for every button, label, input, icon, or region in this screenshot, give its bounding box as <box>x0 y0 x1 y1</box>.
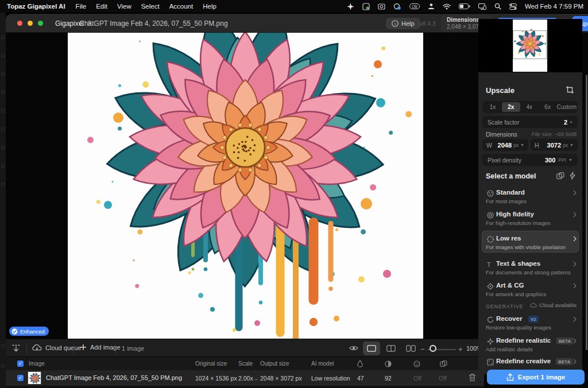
model-low-res[interactable]: Low res <box>496 235 521 242</box>
model-art-cg[interactable]: Art & CG <box>496 282 524 289</box>
select-all-checkbox[interactable]: ✓ <box>17 360 24 367</box>
side-by-side-view-button[interactable] <box>402 342 419 355</box>
upscale-option-2x[interactable]: 2x <box>502 102 520 112</box>
battery-icon[interactable] <box>459 3 470 9</box>
upscale-option-custom[interactable]: Custom <box>557 102 577 112</box>
search-icon[interactable] <box>494 3 501 10</box>
upscale-option-1x[interactable]: 1x <box>483 102 502 112</box>
zoom-in-button[interactable]: + <box>458 345 463 354</box>
download-icon <box>11 344 21 353</box>
model-standard[interactable]: Standard <box>496 189 525 196</box>
scale-factor-field[interactable]: Scale factor 2 × <box>482 116 578 128</box>
zoom-slider-handle[interactable] <box>430 345 436 352</box>
display-mirror-icon[interactable] <box>478 3 486 10</box>
width-unit: px <box>513 142 519 148</box>
pixel-density-caret-icon[interactable]: ▼ <box>568 158 572 162</box>
app-badge-icon[interactable] <box>362 3 370 10</box>
menu-edit[interactable]: Edit <box>96 3 107 10</box>
compare-models-icon[interactable] <box>556 172 564 180</box>
row-gamma-value[interactable]: Off <box>439 375 447 382</box>
delete-image-button[interactable] <box>469 373 476 382</box>
upscale-option-6x[interactable]: 6x <box>539 102 557 112</box>
svg-text:i: i <box>394 21 396 26</box>
upscale-title: Upscale <box>486 86 514 95</box>
model-standard-desc: For most images <box>486 198 527 204</box>
cloud-queue-label: Cloud queue <box>45 344 81 351</box>
height-field[interactable]: H 3072 px ▼ <box>531 139 578 151</box>
split-view-button[interactable] <box>382 342 400 355</box>
wifi-icon[interactable] <box>443 3 451 10</box>
check-circle-icon <box>11 328 18 335</box>
row-scale: 2.00x <box>238 375 253 382</box>
auto-select-icon[interactable] <box>569 172 576 180</box>
scale-factor-value[interactable]: 2 <box>564 119 567 126</box>
add-image-button[interactable]: Add image <box>80 344 121 351</box>
recover-icon <box>487 316 494 323</box>
navigator-viewport-rect[interactable] <box>513 30 547 59</box>
background-window-sliver <box>0 13 6 388</box>
app-swirl-icon[interactable] <box>393 3 401 10</box>
row-denoise-value[interactable]: 47 <box>357 375 364 382</box>
row-checkbox[interactable]: ✓ <box>17 375 24 381</box>
app-camera-icon[interactable] <box>378 3 385 10</box>
control-center-icon[interactable] <box>509 3 517 10</box>
export-button[interactable]: Export 1 image <box>487 370 585 385</box>
menu-select[interactable]: Select <box>141 3 160 10</box>
dimensions-label: Dimensions <box>486 131 517 138</box>
pixel-density-unit: PPI <box>558 157 566 163</box>
plus-icon <box>80 344 87 351</box>
help-button[interactable]: i Help <box>386 18 420 29</box>
sidebar-scrollbar[interactable] <box>586 75 587 350</box>
width-caret-icon[interactable]: ▼ <box>520 143 524 147</box>
minimize-window-button[interactable] <box>28 21 33 26</box>
sparkle-icon[interactable] <box>347 3 354 10</box>
recover-v2-badge: V2 <box>528 316 539 323</box>
model-art-cg-desc: For artwork and graphics <box>486 291 546 297</box>
width-field[interactable]: W 2048 px ▼ <box>482 139 528 151</box>
cloud-icon <box>32 344 42 352</box>
high-fidelity-icon <box>487 212 494 219</box>
image-table-row[interactable]: ✓ ChatGPT Image Feb 4, 2026, 07_55_50 PM… <box>6 370 484 386</box>
model-high-fidelity-desc: For high-resolution images <box>486 220 550 226</box>
obs-icon[interactable]: OB <box>409 3 420 9</box>
menubar-clock[interactable]: Wed Feb 4 7:59 PM <box>525 3 583 10</box>
model-text-shapes[interactable]: Text & shapes <box>496 260 540 267</box>
row-face-value[interactable]: Off <box>413 375 421 382</box>
image-canvas[interactable]: Enhanced <box>6 33 484 339</box>
menu-help[interactable]: Help <box>203 3 216 10</box>
menu-view[interactable]: View <box>117 3 131 10</box>
preview-image[interactable] <box>68 33 423 339</box>
pixel-density-field[interactable]: Pixel density 300 PPI ▼ <box>482 154 578 166</box>
height-caret-icon[interactable]: ▼ <box>570 143 574 147</box>
bottom-toolbar: Cloud queue Add image 1 image − + 100% <box>6 339 484 357</box>
menu-file[interactable]: File <box>76 3 87 10</box>
upscale-option-4x[interactable]: 4x <box>520 102 539 112</box>
menubar-app-name[interactable]: Topaz Gigapixel AI <box>7 3 65 10</box>
row-output-size: 2048 × 3072 px <box>260 375 302 382</box>
low-res-icon <box>487 236 494 243</box>
zoom-window-button[interactable] <box>38 21 43 26</box>
generative-section-label: GENERATIVE <box>486 304 523 309</box>
col-sharpen-icon <box>385 360 392 367</box>
redefine-realistic-icon <box>487 338 494 345</box>
chevron-right-icon <box>573 236 577 242</box>
open-image-tab[interactable]: ChatGPT Image Feb 4, 2026, 07_55_50 PM.p… <box>79 20 228 28</box>
width-value[interactable]: 2048 <box>498 142 512 149</box>
model-high-fidelity[interactable]: High fidelity <box>496 211 534 218</box>
height-value[interactable]: 3072 <box>547 142 561 149</box>
redefine-creative-icon <box>487 359 494 366</box>
model-low-res-desc: For images with visible pixelation <box>486 244 566 250</box>
model-redefine-realistic[interactable]: Redefine realistic <box>496 337 551 344</box>
preview-toggle-eye-icon[interactable] <box>349 344 358 352</box>
menu-account[interactable]: Account <box>169 3 194 10</box>
close-window-button[interactable] <box>17 21 22 26</box>
model-recover[interactable]: Recover <box>496 315 522 322</box>
crop-icon[interactable] <box>566 86 574 94</box>
row-sharpen-value[interactable]: 92 <box>385 375 392 382</box>
single-view-button[interactable] <box>363 342 380 355</box>
user-icon[interactable] <box>428 3 435 10</box>
model-redefine-creative[interactable]: Redefine creative <box>496 358 551 364</box>
download-button[interactable] <box>11 344 21 353</box>
zoom-out-button[interactable]: − <box>420 345 425 354</box>
pixel-density-value[interactable]: 300 <box>545 157 555 164</box>
